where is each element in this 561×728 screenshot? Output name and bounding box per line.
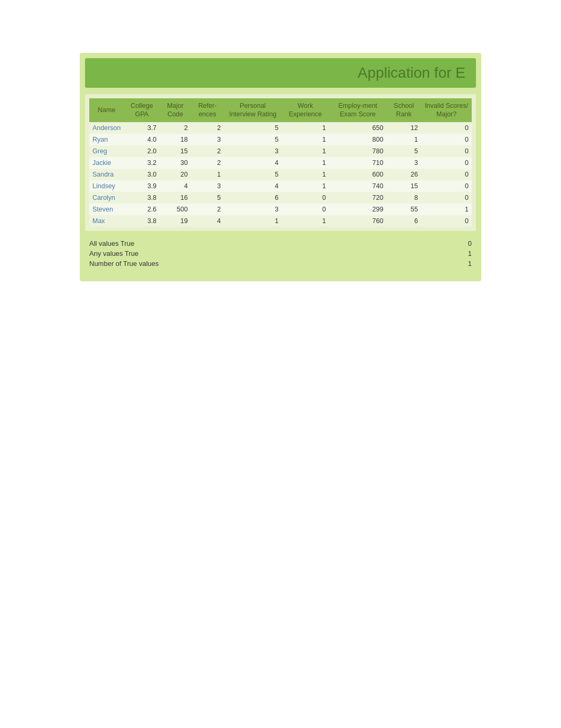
cell-major: 16 bbox=[160, 192, 191, 204]
cell-ref: 2 bbox=[191, 157, 224, 169]
cell-ref: 1 bbox=[191, 169, 224, 180]
cell-gpa: 3.7 bbox=[124, 122, 160, 134]
summary-value: 1 bbox=[461, 250, 472, 257]
summary-value: 1 bbox=[461, 260, 472, 268]
cell-gpa: 3.8 bbox=[124, 215, 160, 227]
summary-label: Any values True bbox=[89, 250, 138, 257]
table-row: Steven 2.6 500 2 3 0 299 55 1 bbox=[89, 204, 472, 215]
cell-major: 19 bbox=[160, 215, 191, 227]
cell-pir: 6 bbox=[224, 192, 282, 204]
cell-major: 2 bbox=[160, 122, 191, 134]
summary-section: All values True 0 Any values True 1 Numb… bbox=[85, 236, 476, 271]
cell-pir: 5 bbox=[224, 169, 282, 180]
cell-we: 1 bbox=[282, 180, 329, 192]
cell-name: Max bbox=[89, 215, 124, 227]
cell-gpa: 2.6 bbox=[124, 204, 160, 215]
cell-pir: 1 bbox=[224, 215, 282, 227]
table-row: Ryan 4.0 18 3 5 1 800 1 0 bbox=[89, 134, 472, 145]
cell-major: 4 bbox=[160, 180, 191, 192]
cell-invalid: 0 bbox=[421, 192, 472, 204]
cell-rank: 5 bbox=[387, 145, 422, 157]
cell-name: Jackie bbox=[89, 157, 124, 169]
cell-ees: 650 bbox=[329, 122, 387, 134]
table-row: Jackie 3.2 30 2 4 1 710 3 0 bbox=[89, 157, 472, 169]
summary-row: All values True 0 bbox=[89, 238, 472, 248]
cell-gpa: 3.8 bbox=[124, 192, 160, 204]
col-header-name: Name bbox=[89, 98, 124, 122]
cell-rank: 8 bbox=[387, 192, 422, 204]
col-header-invalid: Invalid Scores/ Major? bbox=[421, 98, 472, 122]
summary-label: All values True bbox=[89, 239, 134, 247]
cell-major: 500 bbox=[160, 204, 191, 215]
cell-gpa: 3.9 bbox=[124, 180, 160, 192]
cell-ees: 800 bbox=[329, 134, 387, 145]
cell-invalid: 0 bbox=[421, 157, 472, 169]
cell-major: 15 bbox=[160, 145, 191, 157]
cell-major: 30 bbox=[160, 157, 191, 169]
cell-invalid: 0 bbox=[421, 180, 472, 192]
cell-gpa: 4.0 bbox=[124, 134, 160, 145]
cell-invalid: 0 bbox=[421, 169, 472, 180]
cell-ees: 780 bbox=[329, 145, 387, 157]
col-header-pir: Personal Interview Rating bbox=[224, 98, 282, 122]
cell-pir: 5 bbox=[224, 134, 282, 145]
summary-label: Number of True values bbox=[89, 260, 159, 268]
cell-ees: 740 bbox=[329, 180, 387, 192]
cell-rank: 55 bbox=[387, 204, 422, 215]
table-row: Max 3.8 19 4 1 1 760 6 0 bbox=[89, 215, 472, 227]
table-row: Sandra 3.0 20 1 5 1 600 26 0 bbox=[89, 169, 472, 180]
col-header-rank: School Rank bbox=[387, 98, 422, 122]
cell-invalid: 1 bbox=[421, 204, 472, 215]
cell-ref: 4 bbox=[191, 215, 224, 227]
cell-we: 1 bbox=[282, 157, 329, 169]
cell-invalid: 0 bbox=[421, 215, 472, 227]
cell-we: 1 bbox=[282, 134, 329, 145]
cell-ref: 2 bbox=[191, 145, 224, 157]
cell-we: 1 bbox=[282, 145, 329, 157]
cell-we: 1 bbox=[282, 122, 329, 134]
table-wrapper: Name College GPA Major Code Refer-ences … bbox=[85, 94, 476, 231]
cell-pir: 4 bbox=[224, 180, 282, 192]
summary-value: 0 bbox=[461, 239, 472, 247]
col-header-major: Major Code bbox=[160, 98, 191, 122]
cell-gpa: 3.0 bbox=[124, 169, 160, 180]
cell-pir: 4 bbox=[224, 157, 282, 169]
cell-rank: 26 bbox=[387, 169, 422, 180]
cell-ref: 2 bbox=[191, 204, 224, 215]
cell-major: 18 bbox=[160, 134, 191, 145]
col-header-gpa: College GPA bbox=[124, 98, 160, 122]
cell-ref: 5 bbox=[191, 192, 224, 204]
cell-we: 1 bbox=[282, 215, 329, 227]
cell-ref: 2 bbox=[191, 122, 224, 134]
cell-pir: 5 bbox=[224, 122, 282, 134]
summary-row: Any values True 1 bbox=[89, 248, 472, 259]
cell-rank: 1 bbox=[387, 134, 422, 145]
cell-name: Sandra bbox=[89, 169, 124, 180]
cell-name: Steven bbox=[89, 204, 124, 215]
col-header-ref: Refer-ences bbox=[191, 98, 224, 122]
cell-ees: 760 bbox=[329, 215, 387, 227]
cell-name: Ryan bbox=[89, 134, 124, 145]
cell-ees: 720 bbox=[329, 192, 387, 204]
cell-invalid: 0 bbox=[421, 145, 472, 157]
main-container: Application for E Name College GPA Major… bbox=[80, 53, 481, 281]
cell-pir: 3 bbox=[224, 204, 282, 215]
cell-we: 0 bbox=[282, 204, 329, 215]
table-row: Carolyn 3.8 16 5 6 0 720 8 0 bbox=[89, 192, 472, 204]
summary-row: Number of True values 1 bbox=[89, 259, 472, 269]
cell-ees: 710 bbox=[329, 157, 387, 169]
cell-gpa: 3.2 bbox=[124, 157, 160, 169]
cell-rank: 15 bbox=[387, 180, 422, 192]
cell-gpa: 2.0 bbox=[124, 145, 160, 157]
cell-name: Carolyn bbox=[89, 192, 124, 204]
cell-pir: 3 bbox=[224, 145, 282, 157]
cell-ees: 600 bbox=[329, 169, 387, 180]
cell-invalid: 0 bbox=[421, 134, 472, 145]
cell-we: 1 bbox=[282, 169, 329, 180]
table-header-row: Name College GPA Major Code Refer-ences … bbox=[89, 98, 472, 122]
cell-ref: 3 bbox=[191, 180, 224, 192]
cell-name: Greg bbox=[89, 145, 124, 157]
cell-we: 0 bbox=[282, 192, 329, 204]
cell-ref: 3 bbox=[191, 134, 224, 145]
cell-major: 20 bbox=[160, 169, 191, 180]
